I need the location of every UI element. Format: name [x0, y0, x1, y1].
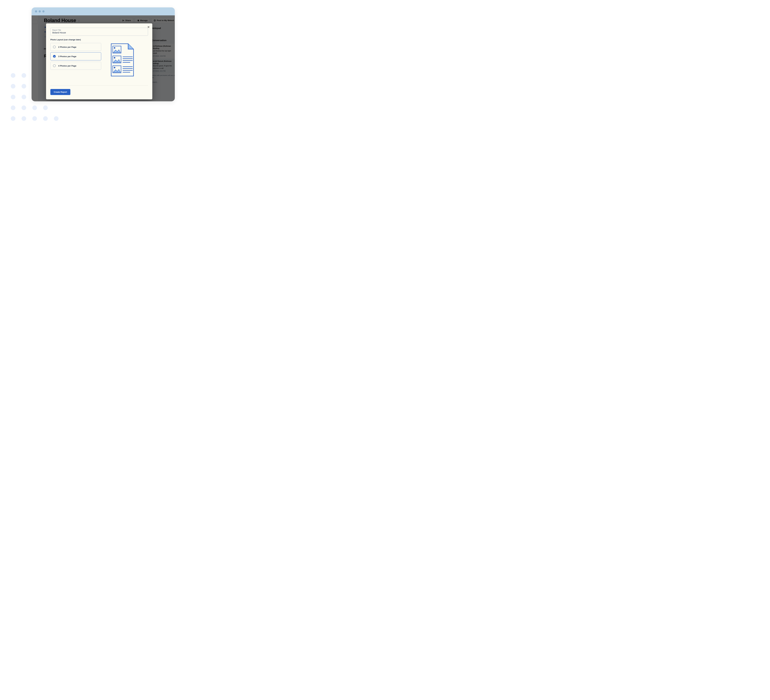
radio-icon [53, 65, 56, 67]
svg-point-4 [114, 57, 115, 58]
report-title-field[interactable]: Report Title [50, 28, 148, 36]
traffic-light [35, 10, 37, 13]
layout-preview [110, 43, 135, 78]
app-window: gCam ★ , and cess in 11 port Boland Hous… [32, 7, 175, 101]
radio-selected-icon [53, 55, 56, 58]
create-report-modal: ✕ Report Title Photo Layout (can change … [46, 23, 152, 99]
svg-point-2 [114, 47, 115, 48]
svg-point-10 [114, 67, 115, 68]
option-label: 2 Photos per Page [58, 46, 76, 48]
photo-layout-label: Photo Layout (can change later) [50, 39, 148, 41]
layout-option-3-per-page[interactable]: 3 Photos per Page [50, 52, 101, 60]
layout-option-2-per-page[interactable]: 2 Photos per Page [50, 43, 101, 51]
option-label: 4 Photos per Page [58, 65, 76, 67]
traffic-light [42, 10, 45, 13]
create-report-button[interactable]: Create Report [50, 89, 70, 95]
report-title-label: Report Title [52, 29, 146, 31]
traffic-light [39, 10, 41, 13]
option-label: 3 Photos per Page [58, 55, 76, 58]
close-icon[interactable]: ✕ [147, 26, 150, 29]
layout-preview-icon [110, 43, 134, 77]
report-title-input[interactable] [52, 31, 146, 34]
radio-icon [53, 45, 56, 48]
window-titlebar [32, 7, 175, 15]
layout-option-4-per-page[interactable]: 4 Photos per Page [50, 62, 101, 70]
